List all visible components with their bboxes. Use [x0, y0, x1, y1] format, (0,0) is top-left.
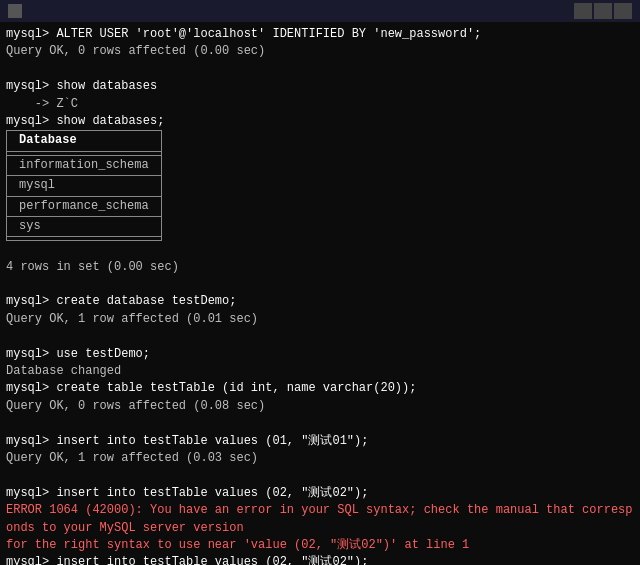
title-bar [0, 0, 640, 22]
db-row: sys [7, 216, 162, 236]
maximize-button[interactable] [594, 3, 612, 19]
db-row: mysql [7, 176, 162, 196]
databases-table: Databaseinformation_schemamysqlperforman… [6, 130, 162, 241]
title-bar-left [8, 4, 28, 18]
minimize-button[interactable] [574, 3, 592, 19]
title-icon [8, 4, 22, 18]
close-button[interactable] [614, 3, 632, 19]
title-bar-buttons [574, 3, 632, 19]
db-row: performance_schema [7, 196, 162, 216]
terminal[interactable]: mysql> ALTER USER 'root'@'localhost' IDE… [0, 22, 640, 565]
db-row: information_schema [7, 155, 162, 175]
